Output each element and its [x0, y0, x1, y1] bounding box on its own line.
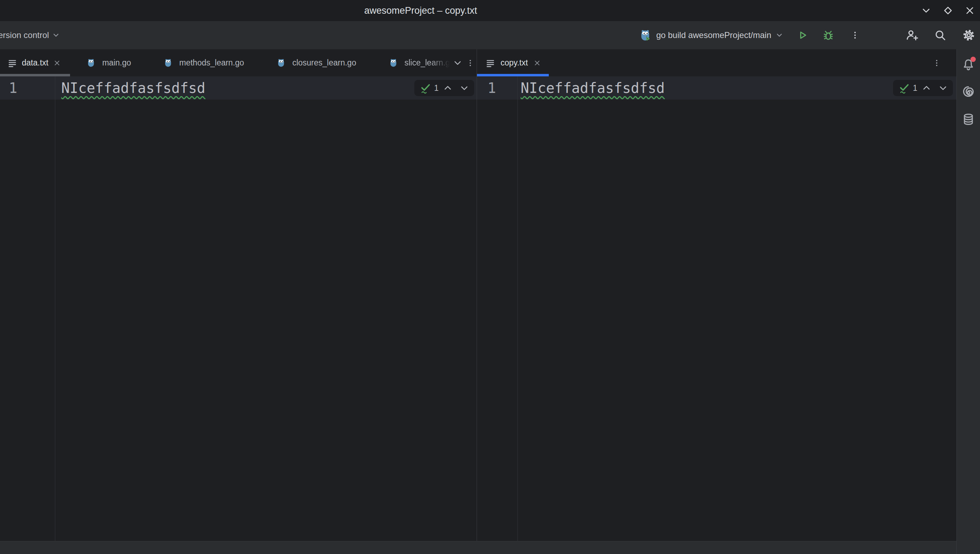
search-everywhere-button[interactable] [934, 29, 946, 41]
notification-badge [970, 57, 976, 62]
inspections-widget[interactable]: 1 [414, 80, 474, 96]
tab-methods-learn-go[interactable]: methods_learn.go [147, 49, 260, 76]
titlebar: awesomeProject – copy.txt [0, 0, 980, 21]
chevron-down-icon [52, 32, 59, 39]
inspection-count: 1 [434, 83, 439, 93]
maximize-button[interactable] [940, 3, 955, 18]
code-line[interactable]: NIceffadfasfsdfsd [517, 80, 665, 96]
window-title: awesomeProject – copy.txt [364, 5, 477, 16]
database-icon [962, 113, 975, 126]
right-split-tabs: copy.txt [477, 49, 956, 76]
kebab-menu-icon [932, 59, 941, 67]
tab-options-button[interactable] [929, 54, 945, 72]
gutter-separator [517, 76, 518, 541]
add-user-icon [905, 29, 918, 41]
kebab-menu-icon [466, 59, 474, 67]
text-file-icon [486, 59, 495, 68]
tab-closures-learn-go[interactable]: closures_learn.go [260, 49, 372, 76]
editor-splits: 1 NIceffadfasfsdfsd 1 [0, 76, 956, 541]
more-actions-button[interactable] [850, 30, 860, 40]
line-number[interactable]: 1 [0, 80, 55, 96]
version-control-label: ersion control [0, 30, 49, 40]
split-divider[interactable] [477, 49, 477, 541]
debug-button[interactable] [822, 29, 834, 41]
go-gopher-icon [163, 58, 173, 68]
chevron-up-icon[interactable] [443, 83, 452, 92]
notifications-button[interactable] [961, 57, 976, 72]
ide-window: awesomeProject – copy.txt ersion control [0, 0, 980, 554]
debug-bug-icon [822, 29, 834, 41]
show-hidden-tabs-button[interactable] [451, 54, 464, 72]
go-gopher-icon [86, 58, 96, 68]
settings-button[interactable] [963, 29, 975, 41]
close-icon[interactable] [53, 59, 61, 67]
window-controls [919, 0, 980, 21]
tab-main-go[interactable]: main.go [70, 49, 147, 76]
close-icon[interactable] [533, 59, 541, 67]
version-control-widget[interactable]: ersion control [0, 30, 59, 40]
tab-data-txt[interactable]: data.txt [0, 49, 70, 76]
editor-tabbar: data.txt main.go [0, 49, 956, 76]
typo-check-icon [420, 82, 431, 94]
chevron-down-icon [453, 59, 462, 68]
tab-label: data.txt [22, 58, 48, 68]
ai-swirl-icon [962, 85, 975, 98]
inspections-widget[interactable]: 1 [893, 80, 953, 96]
chevron-down-icon [921, 5, 931, 16]
run-button[interactable] [797, 30, 808, 41]
toolbar-right-group: go build awesomeProject/main [639, 29, 980, 41]
diamond-icon [943, 5, 953, 16]
code-with-me-button[interactable] [905, 29, 918, 41]
workspace: data.txt main.go [0, 49, 980, 554]
minimize-button[interactable] [919, 3, 934, 18]
inspection-count: 1 [913, 83, 917, 93]
line-number[interactable]: 1 [477, 80, 517, 96]
tab-label: copy.txt [501, 58, 528, 68]
chevron-down-icon [776, 32, 783, 39]
ai-assistant-button[interactable] [961, 84, 976, 99]
editor-right[interactable]: 1 NIceffadfasfsdfsd 1 [477, 76, 956, 541]
chevron-down-icon[interactable] [939, 83, 948, 92]
go-gopher-icon [389, 58, 398, 68]
code-line[interactable]: NIceffadfasfsdfsd [55, 80, 205, 96]
text-file-icon [8, 59, 17, 68]
chevron-down-icon[interactable] [460, 83, 469, 92]
tab-copy-txt[interactable]: copy.txt [477, 49, 549, 76]
close-button[interactable] [963, 3, 977, 18]
kebab-menu-icon [850, 30, 860, 40]
chevron-up-icon[interactable] [922, 83, 931, 92]
typo-text[interactable]: NIceffadfasfsdfsd [61, 80, 205, 96]
tab-options-button[interactable] [464, 54, 477, 72]
typo-text[interactable]: NIceffadfasfsdfsd [520, 80, 665, 96]
close-icon [964, 5, 975, 16]
status-bar [0, 541, 956, 554]
gear-icon [963, 29, 975, 41]
left-split-tabs: data.txt main.go [0, 49, 477, 76]
right-toolwindow-stripe [956, 49, 980, 554]
run-icon [797, 30, 808, 41]
tab-label: main.go [102, 58, 131, 68]
editor-left[interactable]: 1 NIceffadfasfsdfsd 1 [0, 76, 477, 541]
caret-row: 1 NIceffadfasfsdfsd [0, 76, 477, 100]
run-configuration-selector[interactable]: go build awesomeProject/main [639, 29, 783, 41]
inspection-nav [922, 83, 948, 92]
go-gopher-icon [276, 58, 286, 68]
go-gopher-run-icon [639, 29, 652, 41]
tab-slice-learn-go[interactable]: slice_learn.go [372, 49, 451, 76]
database-button[interactable] [961, 111, 976, 127]
inspection-nav [443, 83, 469, 92]
tab-label: closures_learn.go [292, 58, 356, 68]
run-configuration-label: go build awesomeProject/main [656, 30, 771, 40]
tab-label: methods_learn.go [179, 58, 244, 68]
typo-check-icon [898, 82, 910, 94]
main-toolbar: ersion control go bu [0, 21, 980, 49]
editor-area: data.txt main.go [0, 49, 956, 554]
search-icon [934, 29, 946, 41]
tab-label: slice_learn.go [404, 58, 451, 68]
caret-row: 1 NIceffadfasfsdfsd [477, 76, 956, 100]
gutter-separator [55, 76, 55, 541]
